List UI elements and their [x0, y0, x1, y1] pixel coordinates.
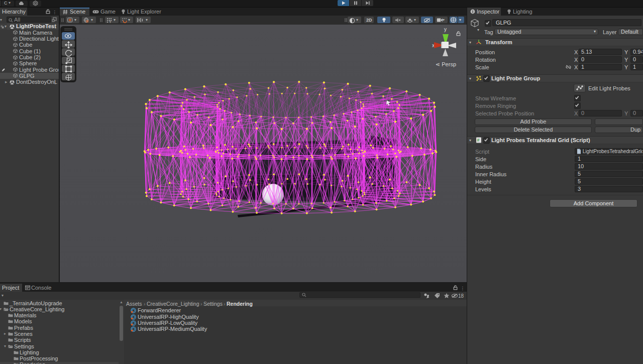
svg-text:#: # — [477, 138, 480, 143]
svg-text:y: y — [444, 27, 447, 32]
svg-text:Y: Y — [109, 20, 112, 24]
